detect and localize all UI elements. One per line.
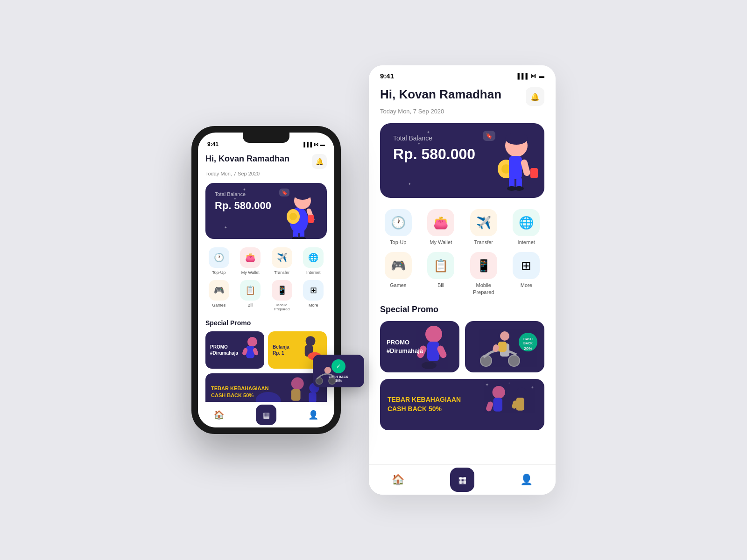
- right-balance-card: ✦ ✦ ✦ Total Balance Rp. 580.000: [380, 123, 544, 198]
- bell-icon: 🔔: [316, 158, 324, 165]
- svg-rect-30: [509, 156, 522, 179]
- right-bell-icon: 🔔: [530, 92, 540, 101]
- right-action-wallet[interactable]: 👛 My Wallet: [423, 209, 459, 245]
- svg-rect-47: [498, 342, 507, 352]
- svg-rect-57: [516, 398, 524, 410]
- nav-home[interactable]: 🏠: [214, 410, 224, 420]
- svg-rect-19: [291, 389, 301, 401]
- phone-mockup: 9:41 ▐▐▐ ⋈ ▬ Hi, Kovan Ramadhan 🔔 Today …: [191, 126, 341, 434]
- svg-point-36: [514, 186, 524, 191]
- svg-text:✦: ✦: [531, 385, 534, 390]
- quick-actions-grid: 🕐 Top-Up 👛 My Wallet ✈️ Transfer 🌐 Inter…: [205, 247, 327, 312]
- right-signal-icon: ▐▐▐: [515, 73, 528, 79]
- right-home-icon: 🏠: [392, 474, 404, 486]
- wallet-icon: 👛: [245, 252, 255, 263]
- right-promo-text-2: [465, 340, 478, 353]
- banner-card[interactable]: TEBAR KEBAHAGIAANCASH BACK 50%: [205, 373, 327, 402]
- svg-rect-6: [308, 215, 314, 223]
- action-internet[interactable]: 🌐 Internet: [300, 247, 327, 275]
- right-bell-button[interactable]: 🔔: [526, 87, 544, 106]
- bill-label: Bill: [247, 303, 253, 308]
- right-bottom-nav: 🏠 ▦ 👤: [369, 464, 556, 495]
- right-mobile-label: Mobile Prepared: [465, 282, 502, 295]
- nav-profile[interactable]: 👤: [308, 410, 318, 420]
- action-wallet[interactable]: 👛 My Wallet: [237, 247, 264, 275]
- right-action-transfer[interactable]: ✈️ Transfer: [465, 209, 502, 245]
- topup-icon: 🕐: [214, 252, 224, 263]
- promo-card-1[interactable]: PROMO#Dirumahaja: [205, 331, 264, 369]
- svg-point-43: [508, 355, 520, 366]
- svg-point-46: [500, 331, 509, 341]
- right-battery-icon: ▬: [539, 73, 544, 79]
- topup-label: Top-Up: [212, 270, 226, 275]
- right-status-bar: 9:41 ▐▐▐ ⋈ ▬: [369, 65, 556, 83]
- right-topup-label: Top-Up: [390, 239, 406, 245]
- action-mobile[interactable]: 📱 Mobile Prepared: [268, 280, 296, 312]
- svg-text:✦: ✦: [508, 382, 510, 385]
- right-actions-grid: 🕐 Top-Up 👛 My Wallet ✈️ Transfer 🌐 Inter…: [380, 209, 544, 295]
- right-nav-profile[interactable]: 👤: [520, 474, 533, 486]
- right-greeting: Hi, Kovan Ramadhan: [380, 87, 501, 102]
- right-transfer-label: Transfer: [474, 239, 493, 245]
- svg-rect-12: [246, 346, 254, 358]
- status-icons: ▐▐▐ ⋈ ▬: [302, 142, 325, 147]
- svg-point-53: [493, 386, 505, 399]
- right-nav-home[interactable]: 🏠: [392, 474, 404, 486]
- action-topup[interactable]: 🕐 Top-Up: [205, 247, 233, 275]
- right-action-games[interactable]: 🎮 Games: [380, 252, 416, 295]
- action-games[interactable]: 🎮 Games: [205, 280, 233, 312]
- right-status-icons: ▐▐▐ ⋈ ▬: [515, 73, 544, 79]
- right-action-bill[interactable]: 📋 Bill: [423, 252, 459, 295]
- promo-text-1: PROMO#Dirumahaja: [205, 339, 243, 361]
- svg-point-11: [247, 337, 257, 347]
- right-panel: 9:41 ▐▐▐ ⋈ ▬ Hi, Kovan Ramadhan 🔔 Today …: [369, 65, 556, 495]
- right-promo-card-2[interactable]: CASH BACK 20%: [465, 321, 544, 372]
- right-section-title: Special Promo: [380, 305, 544, 315]
- balance-card: ✦ ✦ ✦ Total Balance Rp. 580.000: [205, 183, 327, 239]
- svg-text:✦: ✦: [485, 382, 489, 387]
- bell-button[interactable]: 🔔: [312, 154, 327, 169]
- right-banner-card[interactable]: ✦ ✦ ✦ TEBAR KEBAHAGIAANCASH BACK 50%: [380, 379, 544, 430]
- right-topup-icon: 🕐: [391, 216, 406, 230]
- right-action-topup[interactable]: 🕐 Top-Up: [380, 209, 416, 245]
- right-transfer-icon: ✈️: [476, 216, 491, 230]
- banner-text: TEBAR KEBAHAGIAANCASH BACK 50%: [205, 379, 274, 402]
- right-more-icon: ⊞: [521, 259, 531, 273]
- action-transfer[interactable]: ✈️ Transfer: [268, 247, 296, 275]
- right-wifi-icon: ⋈: [530, 73, 536, 79]
- right-action-internet[interactable]: 🌐 Internet: [508, 209, 545, 245]
- right-bill-icon: 📋: [433, 259, 448, 273]
- more-label: More: [309, 303, 318, 308]
- svg-point-18: [291, 378, 304, 390]
- right-action-more[interactable]: ⊞ More: [508, 252, 545, 295]
- wifi-icon: ⋈: [314, 142, 318, 147]
- status-time: 9:41: [207, 141, 218, 147]
- nav-qr[interactable]: ▦: [256, 405, 276, 425]
- svg-rect-55: [485, 401, 493, 412]
- svg-rect-21: [309, 392, 316, 402]
- mobile-icon: 📱: [277, 285, 287, 295]
- games-label: Games: [212, 303, 226, 308]
- right-bill-label: Bill: [437, 282, 444, 288]
- right-action-mobile[interactable]: 📱 Mobile Prepared: [465, 252, 502, 295]
- right-nav-qr[interactable]: ▦: [450, 468, 474, 492]
- transfer-label: Transfer: [274, 270, 289, 275]
- promo-text-2: BelanjaRp. 1: [268, 339, 294, 361]
- qr-icon: ▦: [263, 411, 270, 420]
- bookmark-icon: 🔖: [279, 189, 289, 196]
- action-bill[interactable]: 📋 Bill: [237, 280, 264, 312]
- svg-point-41: [422, 362, 437, 369]
- right-profile-icon: 👤: [520, 474, 533, 486]
- right-date: Today Mon, 7 Sep 2020: [380, 108, 544, 115]
- bill-icon: 📋: [245, 285, 255, 295]
- svg-point-9: [292, 237, 299, 239]
- svg-text:20%: 20%: [524, 346, 532, 351]
- phone-notch: [243, 133, 289, 143]
- svg-point-24: [329, 378, 336, 385]
- action-more[interactable]: ⊞ More: [300, 280, 327, 312]
- right-promo-card-1[interactable]: PROMO#Dirumahaja: [380, 321, 459, 372]
- floating-cashback-card: ✓ CASH BACK20%: [313, 355, 364, 387]
- home-icon: 🏠: [214, 410, 224, 420]
- right-games-icon: 🎮: [391, 259, 406, 273]
- battery-icon: ▬: [320, 142, 325, 147]
